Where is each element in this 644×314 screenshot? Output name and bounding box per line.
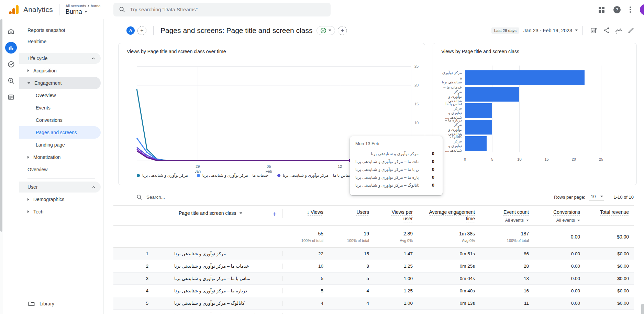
bar[interactable] <box>465 103 492 118</box>
customize-report-button[interactable] <box>588 27 600 34</box>
global-search-input[interactable] <box>130 7 325 12</box>
tooltip-row: خدمات ما – مرکز نوآوری و شتابدهی برنا0 <box>355 158 436 165</box>
table-row[interactable]: 5کاتالوگ – مرکز نوآوری و شتابدهی برنا441… <box>113 297 634 310</box>
metric-header-users[interactable]: Users <box>328 209 374 216</box>
add-column-button[interactable]: + <box>273 210 277 218</box>
x-axis-tick-label: 5 <box>491 157 493 161</box>
metric-header-views[interactable]: ↓ Views <box>282 209 328 216</box>
gridline <box>601 66 601 152</box>
sidebar-item-label: Monetization <box>33 154 60 160</box>
configure-nav-icon[interactable] <box>5 91 17 103</box>
rows-per-page-select[interactable]: 10 <box>589 194 604 200</box>
collapse-arrow-icon <box>27 82 30 84</box>
section-header-user[interactable]: User <box>19 182 101 193</box>
sidebar-item-conversions[interactable]: Conversions <box>19 114 103 126</box>
sidebar-item-library[interactable]: Library <box>19 301 54 306</box>
table-search[interactable] <box>136 194 249 200</box>
sidebar-item-engagement[interactable]: Engagement <box>19 77 101 89</box>
metric-value: 5 <box>282 288 328 293</box>
insights-button[interactable] <box>612 26 625 34</box>
sidebar-item-events[interactable]: Events <box>19 102 103 114</box>
bar[interactable] <box>465 136 487 151</box>
table-row[interactable]: 4درباره ما – مرکز نوآوری و شتابدهی برنا5… <box>113 285 634 297</box>
user-avatar[interactable] <box>640 4 644 15</box>
sidebar-item-engagement-overview[interactable]: Overview <box>19 89 103 102</box>
metric-header-average-engagement-time[interactable]: Average engagement time <box>418 209 480 222</box>
google-apps-grid-icon[interactable] <box>599 7 604 13</box>
left-scrollbar-thumb[interactable] <box>0 19 2 232</box>
metric-value: 11 <box>480 301 534 306</box>
left-scrollbar[interactable] <box>0 19 3 314</box>
breadcrumb-property: burna <box>91 4 100 8</box>
metric-value: $0.00 <box>585 251 634 256</box>
table-row[interactable]: 6شتابدهی مجازی – مرکز نوآوری و شتابدهی ب… <box>113 310 634 314</box>
divider <box>27 50 95 50</box>
column-filter-select[interactable]: All events <box>480 218 529 223</box>
metric-header-event-count[interactable]: Event countAll events <box>480 209 534 223</box>
page-title-value: تماس با ما – مرکز نوآوری و شتابدهی برنا <box>174 276 250 281</box>
advertising-nav-icon[interactable] <box>5 58 17 70</box>
edit-report-button[interactable] <box>625 27 637 34</box>
divider <box>582 26 583 35</box>
sidebar-item-tech[interactable]: Tech <box>19 206 103 218</box>
expand-arrow-icon <box>27 198 29 201</box>
reports-nav-icon[interactable] <box>5 42 17 54</box>
sidebar-item-label: Engagement <box>34 80 62 86</box>
metric-header-total-revenue[interactable]: Total revenue <box>585 209 634 216</box>
share-report-button[interactable] <box>600 27 612 34</box>
search-icon <box>119 6 125 13</box>
section-header-life-cycle[interactable]: Life cycle <box>19 53 101 64</box>
vertical-scrollbar-thumb[interactable] <box>641 304 644 314</box>
help-icon[interactable]: ? <box>613 6 621 13</box>
bar[interactable] <box>465 87 519 102</box>
sidebar-item-label: Overview <box>27 167 47 172</box>
column-label: Views per user <box>386 209 413 222</box>
totals-value: 0.00 <box>534 234 580 240</box>
account-switcher[interactable]: All accounts burna Burna <box>66 4 100 15</box>
home-nav-icon[interactable] <box>5 25 17 37</box>
column-filter-select[interactable]: All events <box>534 218 580 223</box>
sidebar-item-label: Pages and screens <box>36 130 77 135</box>
dimension-header-cell[interactable]: Page title and screen class + <box>113 209 282 218</box>
table-row[interactable]: 2خدمات ما – مرکز نوآوری و شتابدهی برنا10… <box>113 260 634 272</box>
sidebar-item-monetization[interactable]: Monetization <box>19 151 103 163</box>
metric-header-views-per-user[interactable]: Views per user <box>374 209 418 222</box>
report-content: A + Pages and screens: Page title and sc… <box>104 19 644 314</box>
date-range-selector[interactable]: Jan 23 - Feb 19, 2023 <box>523 28 572 33</box>
bar[interactable] <box>465 70 585 85</box>
bar-chart-title: Views by Page title and screen class <box>441 49 519 54</box>
account-name-dropdown[interactable]: Burna <box>66 8 100 15</box>
sidebar-item-landing-page[interactable]: Landing page <box>19 139 103 151</box>
pagination: Rows per page: 10 1-10 of 10 <box>554 194 634 200</box>
bar[interactable] <box>465 120 492 135</box>
sidebar-item-acquisition[interactable]: Acquisition <box>19 65 103 77</box>
sidebar-item-demographics[interactable]: Demographics <box>19 193 103 206</box>
sidebar-item-realtime[interactable]: Realtime <box>19 36 103 47</box>
bar-chart-plot[interactable]: 0510152025مرکز نوآوری و شتابدهی برناخدما… <box>441 67 601 152</box>
collection-badge[interactable]: A <box>126 26 135 35</box>
add-collection-button[interactable]: + <box>137 26 146 35</box>
totals-cell: 187100% of total <box>480 231 534 243</box>
table-row[interactable]: 1مرکز نوآوری و شتابدهی برنا22151.470m 51… <box>113 248 634 260</box>
metric-header-conversions[interactable]: ConversionsAll events <box>534 209 585 223</box>
breadcrumb-chevron-icon <box>87 4 90 7</box>
explore-nav-icon[interactable] <box>5 75 17 86</box>
sidebar-item-reports-snapshot[interactable]: Reports snapshot <box>19 24 103 36</box>
sidebar-item-label: Conversions <box>36 117 63 123</box>
report-saved-status-chip[interactable] <box>317 26 335 35</box>
page-title: Pages and screens: Page title and screen… <box>160 26 312 35</box>
global-search[interactable] <box>113 3 331 16</box>
table-search-input[interactable] <box>146 195 249 200</box>
add-report-button[interactable]: + <box>338 26 347 35</box>
report-table: Page title and screen class + ↓ ViewsUse… <box>113 205 634 314</box>
metric-value: 10 <box>282 264 328 269</box>
sidebar-item-pages-and-screens[interactable]: Pages and screens <box>19 126 101 139</box>
table-row[interactable]: 3تماس با ما – مرکز نوآوری و شتابدهی برنا… <box>113 272 634 285</box>
sidebar-item-overview[interactable]: Overview <box>19 163 103 176</box>
bar-category-label: مرکز نوآوری و شتابدهی برنا <box>441 70 462 85</box>
metric-value: 1.00 <box>374 276 418 281</box>
bar-category-label: کاتالوگ – مرکز نوآوری و شتابدهی... <box>441 136 462 151</box>
tooltip-series-value: 0 <box>419 159 436 164</box>
tooltip-date: Mon 13 Feb <box>355 141 436 146</box>
kebab-menu-icon[interactable] <box>630 7 631 13</box>
